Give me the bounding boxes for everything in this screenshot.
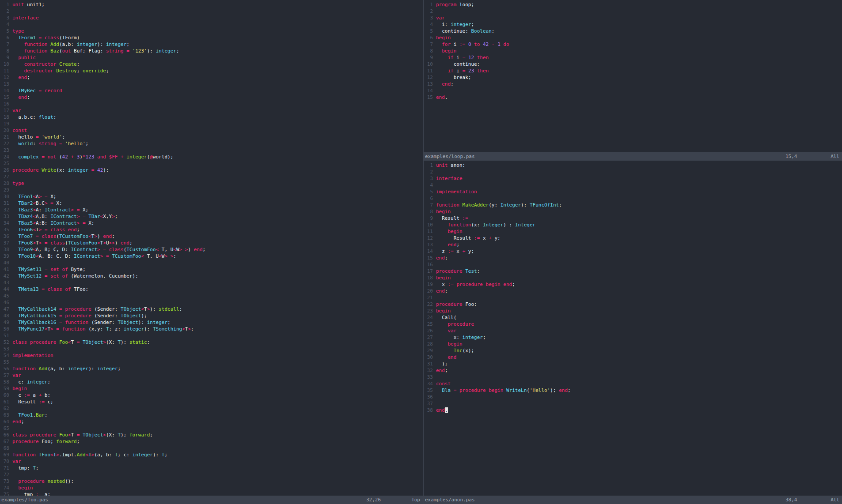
code-line[interactable]: 4 <box>0 21 423 28</box>
code-line[interactable]: 34const <box>424 380 842 387</box>
code-line[interactable]: 3var <box>424 15 842 21</box>
code-line[interactable]: 57var <box>0 372 423 379</box>
code-line[interactable]: 64end; <box>0 418 423 425</box>
code-line[interactable]: 1unit unit1; <box>0 1 423 8</box>
code-line[interactable]: 75 tmp := a; <box>0 491 423 496</box>
code-line[interactable]: 16 <box>0 101 423 107</box>
code-line[interactable]: 46 <box>0 299 423 306</box>
code-line[interactable]: 21 hello = 'world'; <box>0 134 423 140</box>
code-line[interactable]: 21 <box>424 294 842 301</box>
code-line[interactable]: 7 for i := 0 to 42 - 1 do <box>424 41 842 48</box>
code-line[interactable]: 38end. <box>424 407 842 414</box>
code-line[interactable]: 19 <box>0 120 423 127</box>
code-line[interactable]: 54implementation <box>0 352 423 359</box>
code-line[interactable]: 15end; <box>424 255 842 261</box>
code-line[interactable]: 62 <box>0 405 423 412</box>
code-line[interactable]: 8 function Baz(out Buf; Flag: string = '… <box>0 48 423 54</box>
code-line[interactable]: 11 begin <box>424 228 842 235</box>
code-line[interactable]: 12 Result := x + y; <box>424 235 842 241</box>
code-line[interactable]: 3interface <box>0 15 423 21</box>
code-line[interactable]: 42 TMySet12 = set of (Watermelon, Cucumb… <box>0 273 423 279</box>
code-line[interactable]: 40 <box>0 260 423 266</box>
code-line[interactable]: 7 function Add(a,b: integer): integer; <box>0 41 423 48</box>
code-line[interactable]: 25 procedure <box>424 321 842 327</box>
code-line[interactable]: 48 TMyCallback15 = procedure (Sender: TO… <box>0 312 423 319</box>
code-line[interactable]: 27 <box>0 173 423 180</box>
code-line[interactable]: 44 TMeta13 = class of TFoo; <box>0 286 423 293</box>
code-line[interactable]: 14 TMyRec = record <box>0 87 423 94</box>
code-line[interactable]: 41 TMySet11 = set of Byte; <box>0 266 423 273</box>
code-line[interactable]: 71 tmp: T; <box>0 465 423 471</box>
code-line[interactable]: 56function Add(a, b: integer): integer; <box>0 365 423 372</box>
code-line[interactable]: 20end; <box>424 288 842 294</box>
code-line[interactable]: 2 <box>424 169 842 175</box>
code-line[interactable]: 49 TMyCallback16 = function (Sender: TOb… <box>0 319 423 326</box>
code-line[interactable]: 31 TBar2<B,C> = X; <box>0 200 423 207</box>
code-line[interactable]: 2 <box>424 8 842 15</box>
code-line[interactable]: 50 TMyFunc17<T> = function (x,y: T; z: i… <box>0 326 423 332</box>
code-line[interactable]: 68 <box>0 445 423 451</box>
code-line[interactable]: 12 end; <box>0 74 423 81</box>
code-line[interactable]: 23 <box>0 147 423 154</box>
code-line[interactable]: 70var <box>0 458 423 465</box>
code-line[interactable]: 74 begin <box>0 485 423 491</box>
code-line[interactable]: 27 x: integer; <box>424 334 842 341</box>
code-line[interactable]: 6 TForm1 = class(TForm) <box>0 34 423 41</box>
code-line[interactable]: 58 c: integer; <box>0 379 423 385</box>
code-line[interactable]: 15end. <box>424 94 842 101</box>
code-line[interactable]: 69function TFoo<T>.Impl.Add<T>(a, b: T; … <box>0 451 423 458</box>
code-line[interactable]: 9 if i = 12 then <box>424 54 842 61</box>
code-line[interactable]: 13 <box>0 81 423 87</box>
code-line[interactable]: 18begin <box>424 275 842 281</box>
code-line[interactable]: 4 i: integer; <box>424 21 842 28</box>
code-line[interactable]: 38 TFoo9<A, B; C, D: IContract> = class(… <box>0 246 423 253</box>
code-line[interactable]: 14 <box>424 87 842 94</box>
code-line[interactable]: 55 <box>0 359 423 365</box>
code-line[interactable]: 36 TFoo7 = class(TCustomFoo<T>) end; <box>0 233 423 240</box>
code-line[interactable]: 8begin <box>424 208 842 215</box>
code-line[interactable]: 22 world: string = 'hello'; <box>0 140 423 147</box>
code-line[interactable]: 65 <box>0 425 423 432</box>
code-line[interactable]: 67procedure Foo; forward; <box>0 438 423 445</box>
code-line[interactable]: 31 ); <box>424 361 842 367</box>
code-line[interactable]: 30 TFoo1<A> = X; <box>0 193 423 200</box>
editor-pane-loop[interactable]: 1program loop;23var4 i: integer;5 contin… <box>424 0 842 152</box>
code-line[interactable]: 23begin <box>424 308 842 314</box>
code-line[interactable]: 4 <box>424 182 842 188</box>
code-line[interactable]: 45 <box>0 293 423 299</box>
code-line[interactable]: 35 Bla = procedure begin WriteLn('Hello'… <box>424 387 842 394</box>
code-line[interactable]: 32end; <box>424 367 842 374</box>
code-line[interactable]: 15 end; <box>0 94 423 101</box>
code-line[interactable]: 20const <box>0 127 423 134</box>
code-line[interactable]: 35 TFoo6<T> = class end; <box>0 226 423 233</box>
code-line[interactable]: 53 <box>0 346 423 352</box>
code-line[interactable]: 11 if i = 23 then <box>424 68 842 74</box>
code-line[interactable]: 5type <box>0 28 423 34</box>
code-line[interactable]: 10 constructor Create; <box>0 61 423 68</box>
code-line[interactable]: 61 Result := c; <box>0 399 423 405</box>
code-line[interactable]: 1program loop; <box>424 1 842 8</box>
code-line[interactable]: 5implementation <box>424 188 842 195</box>
code-line[interactable]: 37 TFoo8<T> = class(TCustomFoo<T<U>>) en… <box>0 240 423 246</box>
code-line[interactable]: 16 <box>424 261 842 268</box>
code-line[interactable]: 13 end; <box>424 81 842 87</box>
code-line[interactable]: 51 <box>0 332 423 339</box>
code-line[interactable]: 1unit anon; <box>424 162 842 169</box>
code-line[interactable]: 33 <box>424 374 842 380</box>
code-line[interactable]: 26 var <box>424 327 842 334</box>
code-line[interactable]: 5 continue: Boolean; <box>424 28 842 34</box>
code-line[interactable]: 39 TFoo10<A, B; C, D: IContract> = TCust… <box>0 253 423 260</box>
code-line[interactable]: 3interface <box>424 175 842 182</box>
editor-pane-anon[interactable]: 1unit anon;23interface45implementation67… <box>424 161 842 496</box>
code-line[interactable]: 6begin <box>424 34 842 41</box>
code-line[interactable]: 9 Result := <box>424 215 842 222</box>
code-line[interactable]: 59begin <box>0 385 423 392</box>
code-line[interactable]: 24 complex = not (42 + 3)*123 and $FF + … <box>0 154 423 160</box>
code-line[interactable]: 66class procedure Foo<T = TObject>(X: T)… <box>0 432 423 438</box>
code-line[interactable]: 13 end; <box>424 241 842 248</box>
code-line[interactable]: 22procedure Foo; <box>424 301 842 308</box>
code-line[interactable]: 14 z := x + y; <box>424 248 842 255</box>
code-line[interactable]: 34 TBaz5<A;B: IContract> = X; <box>0 220 423 226</box>
code-line[interactable]: 8 begin <box>424 48 842 54</box>
code-line[interactable]: 73 procedure nested(); <box>0 478 423 485</box>
